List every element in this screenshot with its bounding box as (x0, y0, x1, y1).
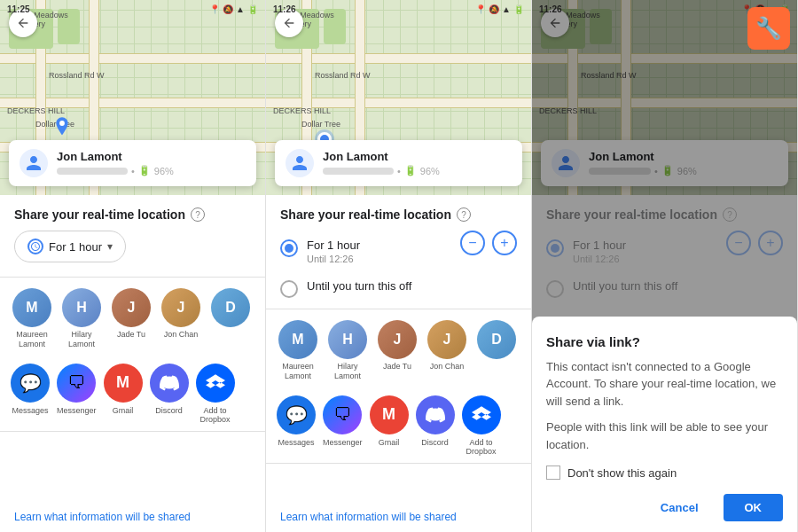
contact-p2-avatar-3: J (378, 320, 417, 359)
contact-1[interactable]: M MaureenLamont (11, 288, 53, 349)
radio-text-1hr: For 1 hour Until 12:26 (307, 238, 360, 264)
contacts-row-1: M MaureenLamont H HilaryLamont J Jade Tu… (0, 281, 265, 356)
location-pin-1 (53, 117, 71, 142)
map-label-road1-2: Rossland Rd W (315, 71, 371, 80)
battery-icon-1: 🔋 (247, 4, 258, 14)
radio-sub-1hr: Until 12:26 (307, 254, 360, 264)
app-gmail-1[interactable]: M Gmail (104, 364, 143, 424)
dialog-text1: This contact isn't connected to a Google… (546, 358, 783, 411)
svg-point-0 (59, 121, 65, 126)
contact-avatar-4: J (161, 288, 200, 327)
dialog-cancel-button[interactable]: Cancel (643, 494, 716, 521)
stepper-row-2: − + (460, 231, 517, 255)
share-title-1: Share your real-time location (14, 207, 185, 222)
duration-button-1[interactable]: For 1 hour ▾ (14, 231, 126, 262)
contact-5[interactable]: D (209, 288, 252, 349)
app-discord-2[interactable]: Discord (416, 395, 455, 456)
stepper-minus-2[interactable]: − (460, 231, 485, 255)
app-dropbox-1[interactable]: Add toDropbox (196, 364, 235, 424)
messenger-icon-2: 🗨 (323, 395, 362, 434)
battery-separator: • (131, 166, 135, 176)
status-icons-2: 📍 🔕 ▲ 🔋 (475, 4, 524, 14)
panel-2: Griffin MeadowsCemetery DECKERS HILL Ros… (266, 0, 532, 532)
location-info-2: Jon Lamont • 🔋 96% (323, 150, 512, 176)
bottom-sheet-2: Share your real-time location ? For 1 ho… (266, 195, 531, 532)
location-address-blur (57, 168, 128, 175)
contact-p2-avatar-5: D (477, 320, 516, 359)
time-1: 11:25 (7, 4, 30, 14)
checkbox-row[interactable]: Don't show this again (546, 466, 783, 480)
map-label-road1: Rossland Rd W (49, 71, 105, 80)
battery-icon-2: 🔋 (513, 4, 524, 14)
tool-icon-bg: 🔧 (747, 7, 790, 50)
apps-row-1: 💬 Messages 🗨 Messenger M Gmail Discord (0, 356, 265, 427)
radio-option-1hr[interactable]: For 1 hour Until 12:26 (280, 231, 460, 271)
wifi-icon-1: ▲ (236, 4, 245, 14)
stepper-plus-2[interactable]: + (492, 231, 517, 255)
dialog-title: Share via link? (546, 334, 783, 349)
status-bar-2: 11:26 📍 🔕 ▲ 🔋 (266, 0, 531, 18)
contact-3[interactable]: J Jade Tu (110, 288, 153, 349)
location-icon-2: 📍 (475, 4, 486, 14)
divider-1 (0, 277, 265, 278)
map-panel1: Griffin MeadowsCemetery DECKERS HILL Ros… (0, 0, 265, 195)
learn-link-2[interactable]: Learn what information will be shared (266, 502, 531, 532)
app-discord-1[interactable]: Discord (150, 364, 189, 424)
location-sub-1: • 🔋 96% (57, 165, 246, 176)
dialog-ok-button[interactable]: OK (724, 494, 784, 521)
signal-icon-2: 🔕 (489, 4, 499, 14)
discord-icon-1 (150, 364, 189, 403)
learn-link-1[interactable]: Learn what information will be shared (0, 502, 265, 532)
gmail-icon-2: M (370, 395, 409, 434)
messages-icon-2: 💬 (277, 395, 316, 434)
discord-icon-2 (416, 395, 455, 434)
tool-icon: 🔧 (747, 7, 790, 50)
app-messages-2[interactable]: 💬 Messages (277, 395, 316, 456)
location-name-1: Jon Lamont (57, 150, 246, 163)
app-messenger-label-1: Messenger (57, 406, 97, 415)
contact-p2-5[interactable]: D (475, 320, 518, 381)
status-bar-1: 11:25 📍 🔕 ▲ 🔋 (0, 0, 265, 18)
location-sub-2: • 🔋 96% (323, 165, 512, 176)
contact-p2-2[interactable]: H HilaryLamont (326, 320, 369, 381)
app-messages-1[interactable]: 💬 Messages (11, 364, 50, 424)
contact-avatar-3: J (112, 288, 151, 327)
share-title-2: Share your real-time location (280, 207, 451, 222)
messenger-icon-1: 🗨 (57, 364, 96, 403)
map-label-hill: DECKERS HILL (7, 106, 65, 115)
contact-avatar-1: M (12, 288, 51, 327)
app-gmail-2[interactable]: M Gmail (370, 395, 409, 456)
bottom-sheet-1: Share your real-time location ? For 1 ho… (0, 195, 265, 532)
radio-options-2: For 1 hour Until 12:26 − + Until you tur… (266, 231, 531, 305)
divider-bottom-2 (266, 463, 531, 464)
dropbox-icon-1 (196, 364, 235, 403)
contact-avatar-2: H (62, 288, 101, 327)
divider-2 (266, 309, 531, 309)
app-messenger-1[interactable]: 🗨 Messenger (57, 364, 97, 424)
radio-row-1: For 1 hour Until 12:26 − + (280, 231, 517, 271)
location-icon-1: 📍 (209, 4, 220, 14)
dont-show-checkbox[interactable] (546, 466, 560, 480)
signal-icon-1: 🔕 (223, 4, 233, 14)
panel-3: Griffin MeadowsCemetery DECKERS HILL Ros… (532, 0, 798, 532)
share-title-row-2: Share your real-time location ? (266, 195, 531, 231)
contact-p2-1[interactable]: M MaureenLamont (277, 320, 319, 381)
share-title-row-1: Share your real-time location ? (0, 195, 265, 231)
app-dropbox-2[interactable]: Add toDropbox (462, 395, 501, 456)
contact-4[interactable]: J Jon Chan (160, 288, 202, 349)
location-name-2: Jon Lamont (323, 150, 512, 163)
info-icon-2[interactable]: ? (457, 207, 471, 222)
contact-p2-4[interactable]: J Jon Chan (426, 320, 468, 381)
info-icon-1[interactable]: ? (191, 207, 205, 222)
panel-1: Griffin MeadowsCemetery DECKERS HILL Ros… (0, 0, 266, 532)
app-messages-label-1: Messages (12, 406, 48, 415)
dialog-overlay: Share via link? This contact isn't conne… (532, 0, 797, 532)
time-2: 11:26 (273, 4, 296, 14)
radio-option-forever[interactable]: Until you turn this off (280, 271, 517, 305)
app-messenger-2[interactable]: 🗨 Messenger (323, 395, 363, 456)
checkbox-label: Don't show this again (567, 466, 677, 480)
map-label-hill-2: DECKERS HILL (273, 106, 331, 115)
contact-2[interactable]: H HilaryLamont (60, 288, 103, 349)
contact-p2-avatar-1: M (278, 320, 317, 359)
contact-p2-3[interactable]: J Jade Tu (376, 320, 419, 381)
